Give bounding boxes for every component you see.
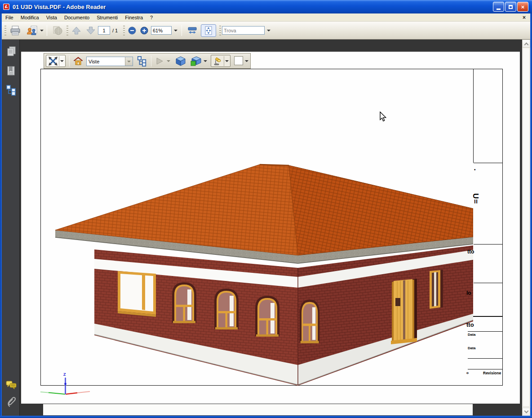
collaborate-button-disabled[interactable] <box>49 24 66 37</box>
menu-help[interactable]: ? <box>146 14 156 21</box>
find-input[interactable] <box>222 26 265 35</box>
minimize-icon <box>497 9 501 10</box>
menu-bar: File Modifica Vista Documento Strumenti … <box>2 13 530 22</box>
titleblock-fragment: o <box>466 371 469 375</box>
fit-page-icon <box>204 26 213 36</box>
page-up-icon <box>71 26 81 35</box>
3d-toolbar-separator <box>151 56 151 67</box>
toolbar-grip[interactable] <box>123 26 125 36</box>
pages-panel-button[interactable] <box>5 45 18 58</box>
maximize-button[interactable] <box>505 2 516 12</box>
toolbar-separator <box>182 25 182 36</box>
render-mode-dropdown-button[interactable] <box>203 55 208 67</box>
views-combobox[interactable]: Viste <box>86 57 133 66</box>
bookmarks-panel-button[interactable] <box>5 65 18 77</box>
menu-strumenti[interactable]: Strumenti <box>93 14 121 21</box>
3d-annotation-viewport[interactable] <box>40 69 473 386</box>
application-window: 01 U3D Vista.PDF - Adobe Reader × File M… <box>0 0 532 418</box>
previous-page-button[interactable] <box>69 24 84 37</box>
bookmarks-panel-icon <box>5 65 17 77</box>
titleblock-data-2: Data <box>468 346 475 350</box>
fit-width-icon <box>187 26 197 35</box>
page-count-label: / 1 <box>112 28 118 33</box>
play-animation-button[interactable] <box>154 55 165 67</box>
layers-panel-button[interactable] <box>5 84 18 96</box>
rotate-tool-button[interactable] <box>46 55 66 67</box>
window-border-bottom <box>0 416 532 418</box>
navigation-sidebar <box>2 40 20 416</box>
render-mode-button[interactable] <box>190 55 202 67</box>
model-tree-icon <box>137 56 147 67</box>
close-button[interactable]: × <box>517 2 528 12</box>
page-down-icon <box>86 26 96 35</box>
zoom-in-icon <box>140 27 148 35</box>
model-tree-button[interactable] <box>136 55 148 67</box>
minimize-button[interactable] <box>493 2 504 12</box>
comments-panel-icon <box>5 380 17 391</box>
window-border-right <box>530 13 532 416</box>
chevron-down-icon <box>127 61 131 62</box>
window-title: 01 U3D Vista.PDF - Adobe Reader <box>13 4 493 10</box>
lighting-dropdown-icon <box>225 60 229 62</box>
chevron-up-icon <box>524 42 528 47</box>
printer-icon <box>10 26 21 36</box>
titleblock-data-1: Data <box>468 333 475 337</box>
lighting-button[interactable] <box>211 55 231 67</box>
menu-file[interactable]: File <box>2 14 17 21</box>
find-dropdown-icon <box>267 30 270 31</box>
toolbar-grip[interactable] <box>219 26 221 36</box>
views-combobox-dropdown[interactable] <box>125 57 133 66</box>
menubar-close-icon[interactable]: × <box>523 14 526 21</box>
next-page-button[interactable] <box>84 24 98 37</box>
home-view-icon <box>73 57 83 66</box>
vertical-scrollbar[interactable] <box>522 40 530 416</box>
fit-page-button[interactable] <box>201 24 216 37</box>
background-color-dropdown-button[interactable] <box>244 55 249 67</box>
horizontal-scrollbar[interactable] <box>43 404 473 415</box>
chevron-down-icon <box>167 60 170 62</box>
render-mode-icon <box>191 56 201 66</box>
titleblock-line <box>474 283 503 283</box>
chevron-down-icon <box>245 60 248 62</box>
zoom-dropdown-button[interactable] <box>172 24 179 37</box>
chevron-down-icon <box>524 409 528 414</box>
share-dropdown-icon <box>40 30 44 31</box>
maximize-icon <box>509 5 513 9</box>
menu-modifica[interactable]: Modifica <box>17 14 43 21</box>
home-view-button[interactable] <box>72 55 84 67</box>
share-button[interactable] <box>25 24 45 37</box>
scroll-up-button[interactable] <box>522 40 530 48</box>
scroll-down-button[interactable] <box>522 408 530 416</box>
zoom-level-input[interactable] <box>151 26 172 35</box>
vertical-scrollbar-thumb[interactable] <box>523 48 530 407</box>
menu-finestra[interactable]: Finestra <box>121 14 146 21</box>
toolbar-grip[interactable] <box>4 26 6 36</box>
titleblock-line <box>473 69 474 163</box>
background-color-button[interactable] <box>234 56 243 65</box>
fit-width-button[interactable] <box>185 24 200 37</box>
zoom-in-button[interactable] <box>138 24 150 37</box>
menu-documento[interactable]: Documento <box>61 14 93 21</box>
attachments-panel-button[interactable] <box>5 396 18 408</box>
titleblock-line <box>474 163 503 163</box>
menu-vista[interactable]: Vista <box>43 14 61 21</box>
find-dropdown-button[interactable] <box>265 24 272 37</box>
zoom-out-button[interactable] <box>126 24 138 37</box>
play-dropdown-button[interactable] <box>166 55 171 67</box>
attachments-panel-icon <box>6 396 17 408</box>
layers-panel-icon <box>5 84 17 96</box>
3d-toolbar: Viste <box>44 53 251 69</box>
default-view-cube-icon <box>176 56 186 66</box>
chevron-down-icon <box>204 60 207 62</box>
collaborate-icon <box>52 26 63 36</box>
print-button[interactable] <box>7 24 23 37</box>
page-number-input[interactable] <box>98 26 110 35</box>
toolbar-separator <box>47 25 47 36</box>
comments-panel-button[interactable] <box>5 379 18 391</box>
titleblock-oggetto: tto <box>466 321 474 328</box>
main-toolbar: / 1 <box>2 22 530 40</box>
default-view-button[interactable] <box>174 55 187 67</box>
titleblock-titolo: lo <box>466 290 471 296</box>
titlebar[interactable]: 01 U3D Vista.PDF - Adobe Reader × <box>0 0 532 13</box>
toolbar-grip[interactable] <box>66 26 68 36</box>
